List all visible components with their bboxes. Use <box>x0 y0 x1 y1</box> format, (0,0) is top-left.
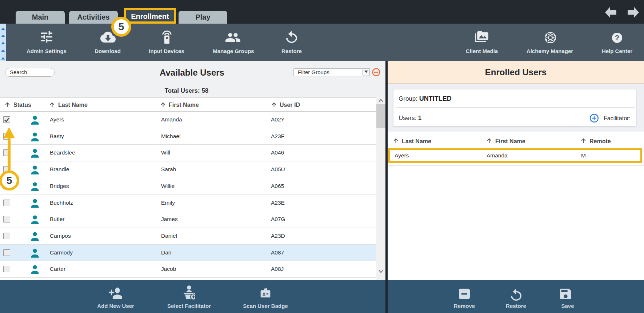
svg-text:?: ? <box>615 34 619 42</box>
